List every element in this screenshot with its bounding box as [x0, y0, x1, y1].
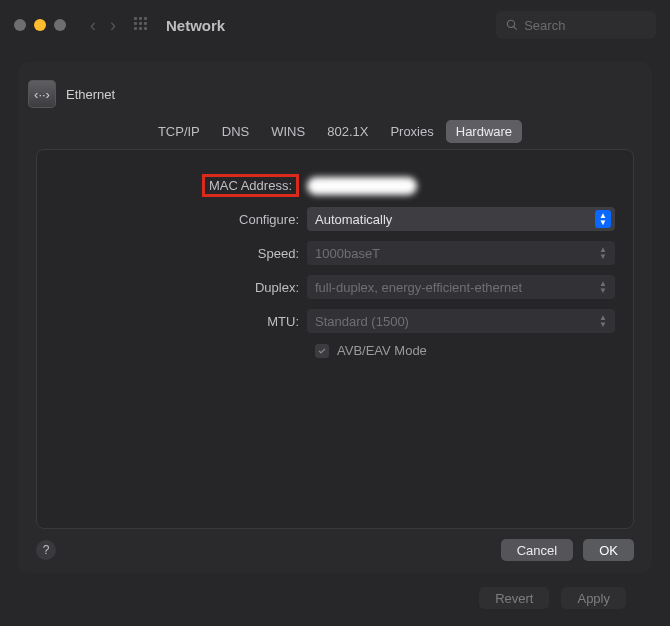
tab-wins[interactable]: WINS	[261, 120, 315, 143]
tab-dns[interactable]: DNS	[212, 120, 259, 143]
search-field-wrapper[interactable]	[496, 11, 656, 39]
configure-select[interactable]: Automatically ▲▼	[307, 207, 615, 231]
zoom-window-icon[interactable]	[54, 19, 66, 31]
tab-proxies[interactable]: Proxies	[380, 120, 443, 143]
speed-select[interactable]: 1000baseT ▲▼	[307, 241, 615, 265]
chevron-updown-icon: ▲▼	[595, 244, 611, 262]
revert-button[interactable]: Revert	[479, 587, 549, 609]
chevron-updown-icon: ▲▼	[595, 278, 611, 296]
speed-label: Speed:	[67, 246, 307, 261]
search-icon	[506, 18, 518, 32]
tab-hardware[interactable]: Hardware	[446, 120, 522, 143]
tab-8021x[interactable]: 802.1X	[317, 120, 378, 143]
interface-name: Ethernet	[66, 87, 115, 102]
mac-address-label: MAC Address:	[67, 174, 307, 197]
tab-tcpip[interactable]: TCP/IP	[148, 120, 210, 143]
avb-row[interactable]: AVB/EAV Mode	[315, 343, 615, 358]
mtu-label: MTU:	[67, 314, 307, 329]
hardware-panel: MAC Address: Configure: Automatically ▲▼	[36, 149, 634, 529]
system-preferences-window: ‹ › Network ‹··› Ethernet TCP/IP DNS WIN…	[0, 0, 670, 626]
configure-select-value: Automatically	[315, 212, 392, 227]
forward-button[interactable]: ›	[106, 15, 120, 36]
cancel-button[interactable]: Cancel	[501, 539, 573, 561]
apply-button[interactable]: Apply	[561, 587, 626, 609]
duplex-select[interactable]: full-duplex, energy-efficient-ethernet ▲…	[307, 275, 615, 299]
duplex-select-value: full-duplex, energy-efficient-ethernet	[315, 280, 522, 295]
chevron-updown-icon: ▲▼	[595, 210, 611, 228]
speed-select-value: 1000baseT	[315, 246, 380, 261]
mac-address-value	[307, 177, 615, 195]
mac-address-redacted	[307, 177, 417, 195]
mtu-select-value: Standard (1500)	[315, 314, 409, 329]
toolbar: ‹ › Network	[0, 0, 670, 50]
avb-checkbox[interactable]	[315, 344, 329, 358]
advanced-tabs: TCP/IP DNS WINS 802.1X Proxies Hardware	[18, 120, 652, 143]
mac-address-annotation-box: MAC Address:	[202, 174, 299, 197]
chevron-updown-icon: ▲▼	[595, 312, 611, 330]
nav-buttons: ‹ ›	[86, 15, 120, 36]
interface-sheet: ‹··› Ethernet TCP/IP DNS WINS 802.1X Pro…	[18, 62, 652, 573]
minimize-window-icon[interactable]	[34, 19, 46, 31]
checkmark-icon	[317, 346, 327, 356]
pane-footer: Revert Apply	[18, 573, 652, 609]
ok-button[interactable]: OK	[583, 539, 634, 561]
configure-label: Configure:	[67, 212, 307, 227]
back-button[interactable]: ‹	[86, 15, 100, 36]
window-traffic-lights[interactable]	[14, 19, 66, 31]
close-window-icon[interactable]	[14, 19, 26, 31]
help-button[interactable]: ?	[36, 540, 56, 560]
show-all-icon[interactable]	[134, 17, 150, 33]
avb-label: AVB/EAV Mode	[337, 343, 427, 358]
ethernet-icon: ‹··›	[28, 80, 56, 108]
duplex-label: Duplex:	[67, 280, 307, 295]
mtu-select[interactable]: Standard (1500) ▲▼	[307, 309, 615, 333]
pane-title: Network	[166, 17, 225, 34]
search-input[interactable]	[524, 18, 646, 33]
